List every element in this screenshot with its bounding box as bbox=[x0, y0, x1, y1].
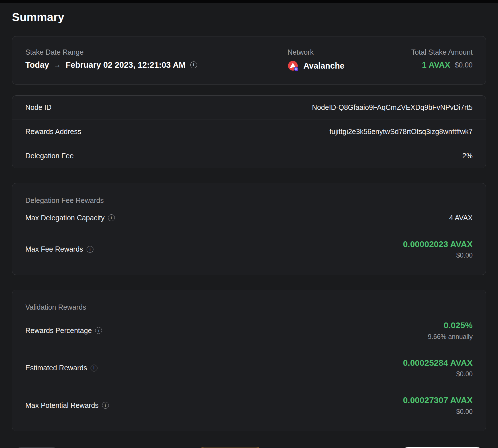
max-fee-rewards-label-wrap: Max Fee Rewards bbox=[25, 245, 93, 253]
stake-date-range-field: Stake Date Range Today → February 02 202… bbox=[25, 48, 287, 70]
stake-end-value: February 02 2023, 12:21:03 AM bbox=[66, 60, 185, 70]
total-stake-fiat: $0.00 bbox=[455, 61, 473, 69]
table-row-node-id: Node ID NodeID-Q8Gfaaio9FAqCmZVEXDq9bFvN… bbox=[12, 96, 486, 120]
max-potential-rewards-info-icon[interactable] bbox=[102, 402, 109, 409]
max-fee-rewards-value-block: 0.00002023 AVAX $0.00 bbox=[403, 239, 473, 260]
total-stake-amount: 1 AVAX bbox=[422, 60, 450, 70]
estimated-rewards-label: Estimated Rewards bbox=[25, 364, 87, 372]
validation-rewards-card: Validation Rewards Rewards Percentage 0.… bbox=[12, 290, 486, 431]
summary-page: Summary Stake Date Range Today → Februar… bbox=[0, 11, 498, 448]
delegation-fee-rewards-title: Delegation Fee Rewards bbox=[25, 183, 473, 205]
table-row-rewards-address: Rewards Address fujittgi2e3k56enytwSd78r… bbox=[12, 120, 486, 144]
page-title: Summary bbox=[12, 11, 486, 24]
estimated-rewards-row: Estimated Rewards 0.00025284 AVAX $0.00 bbox=[25, 349, 473, 386]
rewards-address-value: fujittgi2e3k56enytwSd78rtOtsq3izg8wnftff… bbox=[329, 128, 473, 136]
stake-date-info-icon[interactable] bbox=[190, 61, 197, 68]
max-fee-rewards-info-icon[interactable] bbox=[87, 246, 93, 253]
back-button[interactable]: Back bbox=[12, 447, 62, 448]
max-potential-rewards-label-wrap: Max Potential Rewards bbox=[25, 401, 109, 410]
start-over-button[interactable]: Start Over bbox=[195, 447, 266, 448]
estimated-rewards-value: 0.00025284 AVAX bbox=[403, 358, 473, 368]
total-stake-field: Total Stake Amount 1 AVAX $0.00 bbox=[384, 48, 473, 70]
avalanche-network-icon: P bbox=[287, 60, 299, 72]
max-delegation-capacity-row: Max Delegation Capacity 4 AVAX bbox=[25, 205, 473, 230]
rewards-percentage-value: 0.025% bbox=[428, 320, 473, 330]
max-delegation-capacity-value: 4 AVAX bbox=[449, 214, 473, 222]
rewards-percentage-annual: 9.66% annually bbox=[428, 333, 473, 341]
max-fee-rewards-label: Max Fee Rewards bbox=[25, 245, 83, 253]
stake-summary-card: Stake Date Range Today → February 02 202… bbox=[12, 36, 486, 85]
submit-validation-button[interactable]: Submit Validation bbox=[399, 447, 486, 448]
max-delegation-capacity-label: Max Delegation Capacity bbox=[25, 214, 105, 222]
table-row-delegation-fee: Delegation Fee 2% bbox=[12, 144, 486, 168]
delegation-fee-label: Delegation Fee bbox=[25, 152, 74, 160]
node-id-value: NodeID-Q8Gfaaio9FAqCmZVEXDq9bFvNPvDi7rt5 bbox=[312, 103, 473, 112]
rewards-percentage-label-wrap: Rewards Percentage bbox=[25, 326, 102, 335]
estimated-rewards-value-block: 0.00025284 AVAX $0.00 bbox=[403, 358, 473, 378]
rewards-percentage-value-block: 0.025% 9.66% annually bbox=[428, 320, 473, 341]
max-delegation-capacity-label-wrap: Max Delegation Capacity bbox=[25, 214, 115, 222]
rewards-percentage-info-icon[interactable] bbox=[95, 327, 102, 334]
network-field: Network P Avalanche bbox=[287, 48, 384, 72]
stake-date-range-label: Stake Date Range bbox=[25, 48, 287, 56]
total-stake-label: Total Stake Amount bbox=[384, 48, 473, 56]
svg-text:P: P bbox=[295, 67, 297, 71]
estimated-rewards-fiat: $0.00 bbox=[403, 370, 473, 378]
max-fee-rewards-value: 0.00002023 AVAX bbox=[403, 239, 473, 249]
arrow-right-icon: → bbox=[54, 61, 61, 69]
max-potential-rewards-row: Max Potential Rewards 0.00027307 AVAX $0… bbox=[25, 386, 473, 424]
network-label: Network bbox=[287, 48, 384, 56]
validation-rewards-title: Validation Rewards bbox=[25, 290, 473, 311]
max-potential-rewards-value-block: 0.00027307 AVAX $0.00 bbox=[403, 395, 473, 416]
max-fee-rewards-row: Max Fee Rewards 0.00002023 AVAX $0.00 bbox=[25, 230, 473, 268]
network-value: P Avalanche bbox=[287, 60, 384, 72]
rewards-percentage-label: Rewards Percentage bbox=[25, 326, 92, 335]
estimated-rewards-label-wrap: Estimated Rewards bbox=[25, 364, 97, 372]
window-top-edge bbox=[0, 0, 498, 3]
rewards-percentage-row: Rewards Percentage 0.025% 9.66% annually bbox=[25, 311, 473, 349]
node-details-table: Node ID NodeID-Q8Gfaaio9FAqCmZVEXDq9bFvN… bbox=[12, 95, 486, 168]
node-id-label: Node ID bbox=[25, 103, 52, 112]
max-potential-rewards-fiat: $0.00 bbox=[403, 408, 473, 416]
max-delegation-capacity-info-icon[interactable] bbox=[108, 214, 115, 221]
footer-actions: Back Start Over Submit Validation bbox=[12, 447, 486, 448]
max-potential-rewards-label: Max Potential Rewards bbox=[25, 401, 99, 410]
max-potential-rewards-value: 0.00027307 AVAX bbox=[403, 395, 473, 405]
stake-start-value: Today bbox=[25, 60, 49, 70]
network-name: Avalanche bbox=[303, 61, 344, 71]
delegation-fee-value: 2% bbox=[462, 152, 473, 160]
delegation-fee-rewards-card: Delegation Fee Rewards Max Delegation Ca… bbox=[12, 183, 486, 275]
total-stake-value: 1 AVAX $0.00 bbox=[384, 60, 473, 70]
stake-date-range-value: Today → February 02 2023, 12:21:03 AM bbox=[25, 60, 287, 70]
max-fee-rewards-fiat: $0.00 bbox=[403, 252, 473, 259]
rewards-address-label: Rewards Address bbox=[25, 128, 81, 136]
estimated-rewards-info-icon[interactable] bbox=[91, 365, 97, 371]
